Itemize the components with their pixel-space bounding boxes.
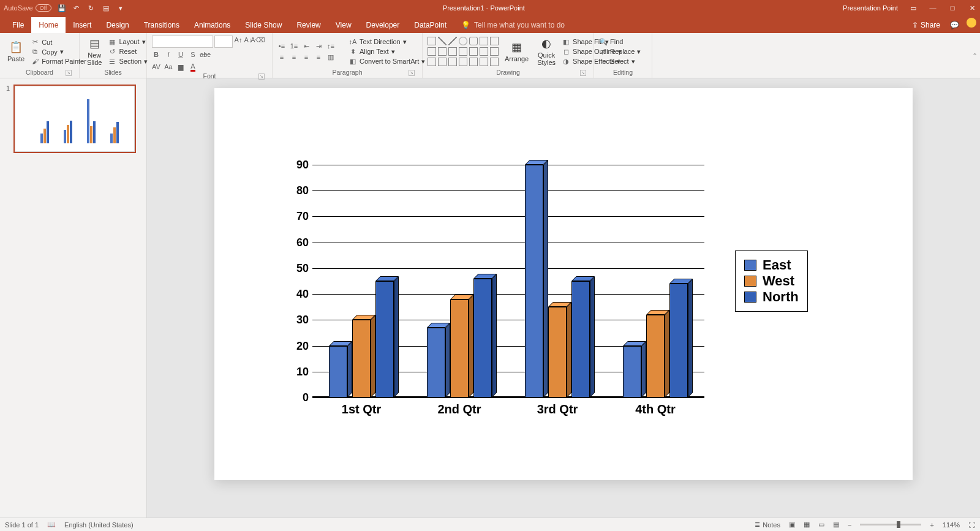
drawing-dialog-launcher[interactable]: ↘ xyxy=(580,70,586,76)
section-button[interactable]: ☰Section ▾ xyxy=(108,58,148,66)
shape-rect-icon[interactable] xyxy=(428,37,436,45)
collapse-ribbon-icon[interactable]: ⌃ xyxy=(972,51,978,59)
bar[interactable] xyxy=(669,284,688,397)
bar[interactable] xyxy=(571,281,590,397)
slide-thumbnail-1[interactable] xyxy=(13,85,136,153)
shape-triangle-icon[interactable] xyxy=(480,37,488,45)
save-icon[interactable]: 💾 xyxy=(58,4,66,12)
cut-button[interactable]: ✂Cut xyxy=(31,38,86,46)
decrease-indent-icon[interactable]: ⇤ xyxy=(302,42,311,50)
zoom-slider[interactable] xyxy=(860,524,921,525)
shape-brace4-icon[interactable] xyxy=(480,58,488,66)
columns-icon[interactable]: ▥ xyxy=(326,53,335,61)
justify-icon[interactable]: ≡ xyxy=(314,53,323,61)
font-color-icon[interactable]: A xyxy=(189,62,197,71)
minimize-icon[interactable]: — xyxy=(929,4,937,12)
shape-arrow2-icon[interactable] xyxy=(428,47,436,56)
align-right-icon[interactable]: ≡ xyxy=(302,53,311,61)
strikethrough-icon[interactable]: abc xyxy=(201,50,209,59)
bar[interactable] xyxy=(646,315,665,397)
underline-icon[interactable]: U xyxy=(176,50,185,59)
italic-icon[interactable]: I xyxy=(164,50,173,59)
shape-paren2-icon[interactable] xyxy=(459,58,467,66)
select-button[interactable]: ▭Select ▾ xyxy=(599,58,641,66)
slide-sorter-icon[interactable]: ▦ xyxy=(804,521,810,529)
tab-datapoint[interactable]: DataPoint xyxy=(407,17,454,33)
shadow-icon[interactable]: S xyxy=(189,50,197,59)
slideshow-view-icon[interactable]: ▤ xyxy=(833,521,839,529)
shape-paren-icon[interactable] xyxy=(448,58,457,66)
paste-button[interactable]: 📋 Paste xyxy=(5,39,27,64)
notes-button[interactable]: ≣ Notes xyxy=(755,521,780,529)
font-size-input[interactable] xyxy=(214,36,233,48)
bullets-icon[interactable]: •≡ xyxy=(277,42,286,50)
bar[interactable] xyxy=(525,165,543,397)
tab-home[interactable]: Home xyxy=(31,17,66,33)
tab-insert[interactable]: Insert xyxy=(66,17,99,33)
copy-button[interactable]: ⧉Copy ▾ xyxy=(31,48,86,56)
shapes-gallery[interactable] xyxy=(428,37,499,66)
qat-customize-icon[interactable]: ▾ xyxy=(116,4,125,12)
change-case-icon[interactable]: Aa xyxy=(164,62,173,71)
format-painter-button[interactable]: 🖌Format Painter xyxy=(31,58,86,65)
increase-font-icon[interactable]: A↑ xyxy=(234,36,243,44)
tab-design[interactable]: Design xyxy=(99,17,136,33)
replace-button[interactable]: ⇄Replace ▾ xyxy=(599,48,641,56)
layout-button[interactable]: ▦Layout ▾ xyxy=(108,38,148,46)
bar[interactable] xyxy=(623,346,641,397)
shape-brace3-icon[interactable] xyxy=(469,58,478,66)
quick-styles-button[interactable]: ◐Quick Styles xyxy=(535,36,558,67)
legend-item[interactable]: North xyxy=(744,289,799,305)
autosave-toggle[interactable]: AutoSave Off xyxy=(4,4,51,12)
shape-brace2-icon[interactable] xyxy=(490,47,499,56)
reset-button[interactable]: ↺Reset xyxy=(108,48,148,56)
numbering-icon[interactable]: 1≡ xyxy=(290,42,298,50)
paragraph-dialog-launcher[interactable]: ↘ xyxy=(409,70,415,76)
shape-curve2-icon[interactable] xyxy=(438,58,447,66)
tab-transitions[interactable]: Transitions xyxy=(137,17,187,33)
legend-item[interactable]: West xyxy=(744,273,799,289)
bold-icon[interactable]: B xyxy=(152,50,160,59)
tab-developer[interactable]: Developer xyxy=(359,17,407,33)
highlight-icon[interactable]: ▆ xyxy=(176,62,185,71)
legend-item[interactable]: East xyxy=(744,257,799,273)
zoom-in-icon[interactable]: + xyxy=(930,521,933,529)
tab-review[interactable]: Review xyxy=(289,17,328,33)
line-spacing-icon[interactable]: ↕≡ xyxy=(326,42,335,50)
spellcheck-icon[interactable]: 📖 xyxy=(47,521,56,529)
normal-view-icon[interactable]: ▣ xyxy=(789,521,795,529)
redo-icon[interactable]: ↻ xyxy=(87,4,96,12)
shape-line2-icon[interactable] xyxy=(448,37,457,45)
bar[interactable] xyxy=(473,279,492,397)
tab-animations[interactable]: Animations xyxy=(187,17,238,33)
chart-legend[interactable]: EastWestNorth xyxy=(735,250,808,312)
shape-arrow-icon[interactable] xyxy=(490,37,499,45)
arrange-button[interactable]: ▦Arrange xyxy=(502,39,531,64)
shape-oval-icon[interactable] xyxy=(459,37,467,45)
tab-file[interactable]: File xyxy=(5,17,31,33)
bar[interactable] xyxy=(375,281,394,397)
shape-roundrect-icon[interactable] xyxy=(469,37,478,45)
shape-curve-icon[interactable] xyxy=(428,58,436,66)
language-status[interactable]: English (United States) xyxy=(64,521,134,529)
increase-indent-icon[interactable]: ⇥ xyxy=(314,42,323,50)
convert-smartart-button[interactable]: ◧Convert to SmartArt ▾ xyxy=(349,58,425,66)
start-from-beginning-icon[interactable]: ▤ xyxy=(102,4,110,12)
zoom-out-icon[interactable]: − xyxy=(848,521,851,529)
tab-view[interactable]: View xyxy=(328,17,359,33)
shape-arrow3-icon[interactable] xyxy=(438,47,447,56)
slide-position[interactable]: Slide 1 of 1 xyxy=(5,521,39,529)
bar[interactable] xyxy=(329,346,347,397)
align-center-icon[interactable]: ≡ xyxy=(290,53,298,61)
bar[interactable] xyxy=(352,320,371,397)
new-slide-button[interactable]: ▤ New Slide xyxy=(85,36,104,67)
reading-view-icon[interactable]: ▭ xyxy=(818,521,824,529)
slide[interactable]: 01020304050607080901st Qtr2nd Qtr3rd Qtr… xyxy=(214,88,913,480)
shape-hex-icon[interactable] xyxy=(469,47,478,56)
undo-icon[interactable]: ↶ xyxy=(72,4,81,12)
shape-star-icon[interactable] xyxy=(459,47,467,56)
text-direction-button[interactable]: ↕AText Direction ▾ xyxy=(349,38,425,46)
char-spacing-icon[interactable]: AV xyxy=(152,62,160,71)
shape-arrow4-icon[interactable] xyxy=(448,47,457,56)
find-button[interactable]: 🔍Find xyxy=(599,38,641,46)
